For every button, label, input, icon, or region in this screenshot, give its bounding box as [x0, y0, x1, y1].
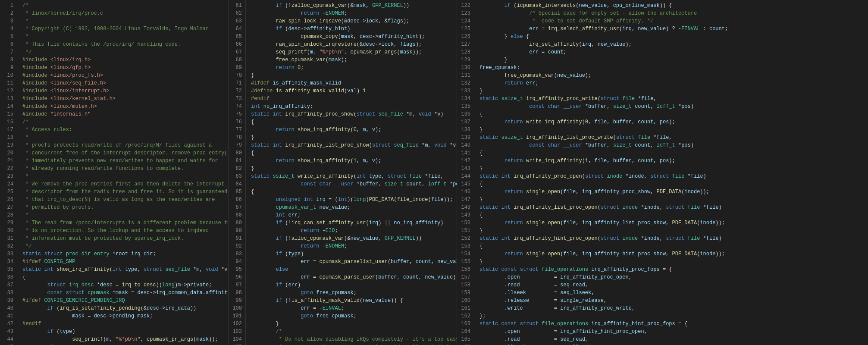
code-lines-1: /* * linux/kernel/irq/proc.c * * Copyrig… — [17, 0, 228, 345]
code-panel-2[interactable]: 6162636465 6667686970 7172737475 7677787… — [229, 0, 457, 345]
code-panel-1[interactable]: 12345 678910 1112131415 1617181920 21222… — [0, 0, 229, 345]
code-panel-3[interactable]: 122123124125126 127128129130131 13213313… — [457, 0, 868, 345]
code-lines-2: if (!zalloc_cpumask_var(&mask, GFP_KERNE… — [246, 0, 457, 345]
editor-container: 12345 678910 1112131415 1617181920 21222… — [0, 0, 868, 345]
line-numbers-1: 12345 678910 1112131415 1617181920 21222… — [0, 0, 17, 345]
code-lines-3: if (icpumask_intersects(new_value, cpu_o… — [474, 0, 868, 345]
line-numbers-2: 6162636465 6667686970 7172737475 7677787… — [229, 0, 246, 345]
line-numbers-3: 122123124125126 127128129130131 13213313… — [457, 0, 474, 345]
